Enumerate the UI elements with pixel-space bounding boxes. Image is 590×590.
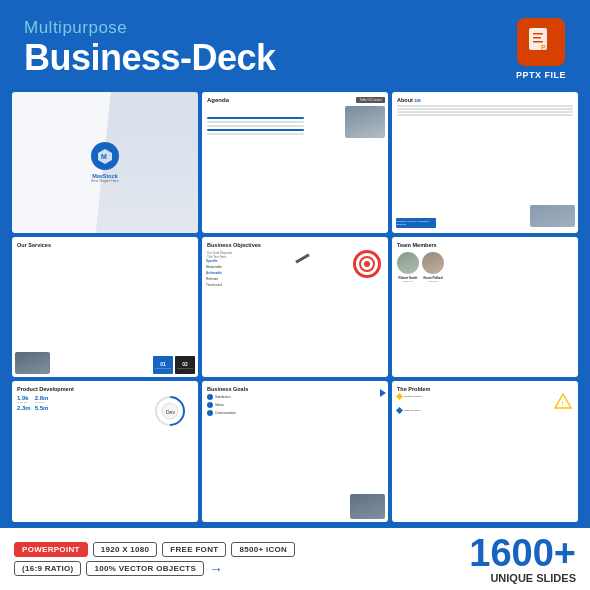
pptx-icon: P bbox=[517, 18, 565, 66]
about-line-1 bbox=[397, 105, 573, 107]
problem-item-1: Design Problem bbox=[397, 394, 573, 399]
slide-1-content: M MaxStock Best Slogan Here bbox=[91, 142, 119, 183]
header: Multipurpose Business-Deck P PPTX FILE bbox=[0, 0, 590, 88]
goals-arrow bbox=[380, 389, 386, 397]
goal-icon-1 bbox=[207, 394, 213, 400]
timebound-label: Time-bound bbox=[206, 283, 222, 287]
goal-item-3: Communication bbox=[207, 410, 383, 416]
team-members: Robert Smith Designation Kevin Pollard D… bbox=[397, 252, 573, 282]
slide-2[interactable]: Agenda Table Of Content bbox=[202, 92, 388, 233]
agenda-line-4 bbox=[207, 129, 304, 131]
stat-label-1: Simple Text bbox=[17, 401, 29, 403]
svg-rect-1 bbox=[533, 33, 543, 35]
main-title: Business-Deck bbox=[24, 38, 276, 78]
slide-grid: M MaxStock Best Slogan Here Agenda Table… bbox=[0, 88, 590, 528]
problem-title: The Problem bbox=[397, 386, 573, 392]
member-role-2: Designation bbox=[428, 280, 439, 282]
slide-4[interactable]: Our Services 01 Service Title Here 02 Se… bbox=[12, 237, 198, 378]
tag-resolution: 1920 X 1080 bbox=[93, 542, 158, 557]
measurable-label: Measurable bbox=[206, 265, 222, 269]
stat-item-4: 5.5m bbox=[35, 405, 49, 411]
title-area: Multipurpose Business-Deck bbox=[24, 18, 276, 78]
svg-rect-2 bbox=[533, 37, 541, 39]
slide-6[interactable]: Team Members Robert Smith Designation Ke… bbox=[392, 237, 578, 378]
goal-text-3: Communication bbox=[215, 411, 236, 415]
about-text-lines bbox=[397, 105, 573, 117]
service-box-1: 01 Service Title Here bbox=[153, 356, 173, 374]
target-center bbox=[364, 261, 370, 267]
slide-9[interactable]: The Problem Design Problem Sales Problem bbox=[392, 381, 578, 522]
team-member-2: Kevin Pollard Designation bbox=[422, 252, 444, 282]
svg-text:!: ! bbox=[562, 399, 564, 408]
goals-title: Business Goals bbox=[207, 386, 383, 392]
tag-powerpoint[interactable]: POWERPOINT bbox=[14, 542, 88, 557]
goal-item-1: Satisfaction bbox=[207, 394, 383, 400]
problem-diamond-2 bbox=[396, 407, 403, 414]
achievable-label: Achievable bbox=[206, 271, 222, 275]
agenda-toc: Table Of Content bbox=[356, 97, 385, 103]
about-team-img bbox=[530, 205, 575, 227]
goal-icon-2 bbox=[207, 402, 213, 408]
slide-8[interactable]: Business Goals Satisfaction Values Commu… bbox=[202, 381, 388, 522]
problem-diamond-1 bbox=[396, 393, 403, 400]
agenda-line-5 bbox=[207, 133, 304, 135]
goal-text-2: Values bbox=[215, 403, 224, 407]
svg-text:P: P bbox=[541, 44, 546, 51]
footer-row1: POWERPOINT 1920 X 1080 FREE FONT 8500+ I… bbox=[14, 542, 295, 557]
tag-free-font: FREE FONT bbox=[162, 542, 226, 557]
about-badge-text: Company Terms & Conditions Required bbox=[396, 220, 436, 226]
footer-row2: (16:9 RATIO) 100% VECTOR OBJECTS → bbox=[14, 561, 295, 577]
stat-num-3: 2.3m bbox=[17, 405, 31, 411]
pptx-icon-inner: P bbox=[527, 26, 555, 57]
problem-text-2: Sales Problem bbox=[404, 409, 420, 412]
team-title: Team Members bbox=[397, 242, 573, 248]
about-title: About us bbox=[397, 97, 573, 103]
goals-img bbox=[350, 494, 385, 519]
unique-label: UNIQUE SLIDES bbox=[490, 572, 576, 584]
problem-item-wrapper: Sales Problem bbox=[397, 408, 573, 413]
slide-5[interactable]: Business Objectives Our Goal ObjectiveTi… bbox=[202, 237, 388, 378]
warning-icon: ! bbox=[554, 393, 572, 410]
stat-label-2: Simple Text bbox=[35, 401, 49, 403]
member-avatar-1 bbox=[397, 252, 419, 274]
pptx-badge: P PPTX FILE bbox=[516, 18, 566, 80]
goal-text-1: Satisfaction bbox=[215, 395, 231, 399]
relevant-label: Relevant bbox=[206, 277, 222, 281]
stat-item-1: 1.9k Simple Text bbox=[17, 395, 29, 403]
stat-num-4: 5.5m bbox=[35, 405, 49, 411]
service-label-1: Service Title Here bbox=[155, 367, 171, 369]
goal-icon-3 bbox=[207, 410, 213, 416]
objectives-diagram bbox=[341, 245, 386, 280]
arrow-icon: → bbox=[209, 561, 223, 577]
maxstock-logo: M bbox=[91, 142, 119, 170]
goal-item-2: Values bbox=[207, 402, 383, 408]
about-badge: Company Terms & Conditions Required bbox=[396, 218, 436, 228]
team-member-1: Robert Smith Designation bbox=[397, 252, 419, 282]
agenda-building-img bbox=[345, 106, 385, 138]
stat-item-3: 2.3m bbox=[17, 405, 31, 411]
about-line-2 bbox=[397, 108, 573, 110]
agenda-line-1 bbox=[207, 117, 304, 119]
subtitle: Multipurpose bbox=[24, 18, 276, 38]
goals-items: Satisfaction Values Communication bbox=[207, 394, 383, 416]
member-avatar-2 bbox=[422, 252, 444, 274]
services-boxes: 01 Service Title Here 02 Service Title H… bbox=[153, 356, 195, 374]
slide-3[interactable]: About us Company Terms & Conditions Requ… bbox=[392, 92, 578, 233]
slide-7[interactable]: Product Development 1.9k Simple Text 2.8… bbox=[12, 381, 198, 522]
slide-count: 1600+ bbox=[469, 534, 576, 572]
agenda-line-2 bbox=[207, 121, 304, 123]
about-line-4 bbox=[397, 114, 573, 116]
svg-rect-3 bbox=[533, 41, 543, 43]
services-title: Our Services bbox=[17, 242, 193, 248]
agenda-line-3 bbox=[207, 125, 304, 127]
specific-label: Specific bbox=[206, 259, 222, 263]
slide-1[interactable]: M MaxStock Best Slogan Here bbox=[12, 92, 198, 233]
stat-item-2: 2.8m Simple Text bbox=[35, 395, 49, 403]
service-label-2: Service Title Here bbox=[177, 367, 193, 369]
tag-vector: 100% VECTOR OBJECTS bbox=[86, 561, 204, 576]
tag-icon-count: 8500+ ICON bbox=[231, 542, 295, 557]
maxstock-tagline: Best Slogan Here bbox=[91, 179, 118, 183]
service-box-2: 02 Service Title Here bbox=[175, 356, 195, 374]
smart-labels: Specific Measurable Achievable Relevant … bbox=[206, 259, 222, 287]
member-role-1: Designation bbox=[403, 280, 414, 282]
